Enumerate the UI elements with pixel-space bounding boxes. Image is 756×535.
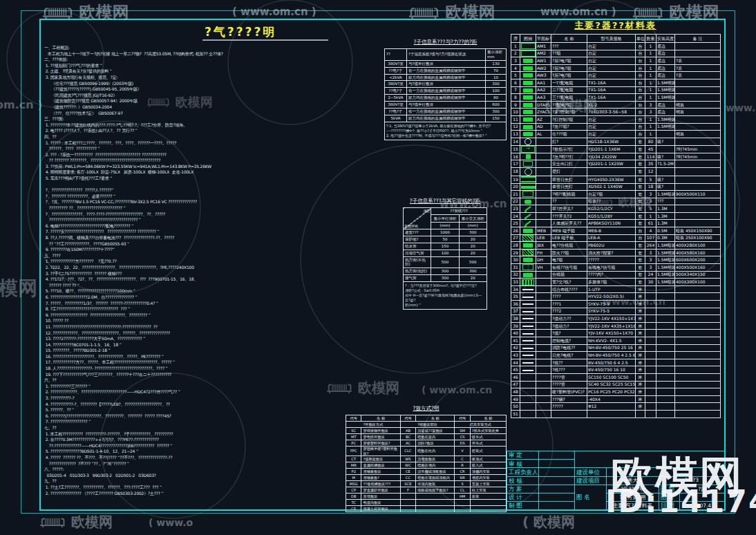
spec-line: 2. 电???? (????人?、??系统) 由??人?、?? 另行?? ” bbox=[44, 128, 401, 134]
spec-line: 1. ????????本??建筑红线内的???:????:?气:??明?:?。?… bbox=[44, 122, 401, 129]
spec-line: 8. ??人?????间、楼梯及???自带蓄电池??? ????????????… bbox=[44, 235, 401, 241]
spec-line: 2. 土建、?理及有关?业?提供的资料 ” bbox=[44, 68, 401, 75]
materials-table-body: 1AM1???自定台1底边2AM2??箱自定台1底边3AW1?层?电?箱自定台1… bbox=[511, 43, 721, 418]
pipe-unit: (mm) bbox=[431, 222, 459, 229]
pipe-group-header: ??管线??? bbox=[431, 208, 487, 215]
spec-line: 1. ??规划部门???气???的要求 ” bbox=[44, 63, 401, 69]
pipe-row: 给水管15020 bbox=[404, 243, 487, 250]
legend-symbol-rect-f bbox=[523, 73, 533, 77]
spec-line: ????????? ??、?????????????????????? ” bbox=[44, 205, 401, 212]
spec-line: 《??建筑?????(?????) GB50045-95, 2005年版》 bbox=[44, 86, 401, 93]
install-table-title: ?放方式?明 bbox=[346, 405, 507, 412]
spec-line: 《民用建筑?气???规范 JGJ/T16-92》 bbox=[44, 93, 401, 99]
pipe-row: 压缩空气管10020 bbox=[404, 250, 487, 256]
tb-value-empty bbox=[539, 451, 575, 460]
emi-row: 5kVA双方均在接地的金属线槽或钢管中150 bbox=[385, 115, 507, 122]
tb-label-date: 日 期 bbox=[659, 502, 680, 510]
emi-row: ??电?子有一方在接地的金属线槽或钢管中100 bbox=[385, 88, 507, 95]
materials-row: 3AW1?层?电?箱自定台1底边?表 bbox=[511, 57, 721, 65]
materials-row: 27LEBLEB 端子板LEB-A台1070.3M暗装 250X100X90 bbox=[511, 234, 721, 242]
legend-symbol-rect-f bbox=[523, 66, 533, 71]
legend-symbol-rect-f bbox=[523, 59, 533, 63]
emi-row: 380V?里与?缆平行敷设600 bbox=[385, 102, 507, 109]
materials-row: 40?缆?YJV-1KV 4X150+1X70米 bbox=[511, 330, 721, 337]
materials-row: 44?线??BV-450/750 6 4 2.5米 bbox=[511, 359, 721, 366]
spec-line: 5. ???10、楼??、???????????????????100mm ” bbox=[44, 288, 401, 294]
legend-symbol-switch bbox=[525, 206, 532, 212]
legend-symbol-dash bbox=[522, 362, 533, 364]
tb-label-figname: 图 名 bbox=[575, 485, 607, 510]
spec-line: 三、???围: bbox=[44, 116, 401, 122]
legend-symbol-lamp bbox=[525, 138, 531, 145]
install-row: P2用钢索敷设CE沿天棚或顶板敷设CR顶棚内安装 bbox=[346, 469, 507, 475]
spec-line: 2. ??? : ?系统一????????? ?????????????????… bbox=[44, 152, 401, 158]
legend-symbol-rect-f bbox=[523, 273, 533, 277]
legend-symbol-dash bbox=[522, 303, 533, 305]
spec-line: ?、???????????????、????-????-????????????… bbox=[44, 212, 401, 218]
spec-line: ?? “??工????????????、????GB50055-93 ” bbox=[44, 241, 401, 247]
spec-line: 二、???依据: bbox=[44, 57, 401, 63]
materials-row: 12AD?急??箱?自定台11.5M明装 bbox=[511, 123, 721, 131]
spec-line: 3. ??????????-? bbox=[44, 395, 401, 402]
pipe-distance-table: ?子信息系???与其它管线的?距 净距 其他管线 ??管线??? 最小平行净距 … bbox=[403, 198, 487, 310]
materials-row: 42消防?电线??NH-BV-450/750 25 16米 bbox=[511, 344, 721, 352]
spec-line: 本工程为地上十一?地下一?的?宅楼 地上一至二??物? ??高度53.05M, … bbox=[44, 51, 401, 57]
pipe-notes: ? : 当???直径等于300mm?, 与?缆平行???交?净距?公式 : S≥… bbox=[404, 282, 487, 310]
materials-row: 6AA1一??配电箱TX1-16A台11.5M明装 bbox=[511, 79, 721, 86]
materials-row: 34综合布线????1-UTP米 bbox=[511, 285, 721, 293]
title-block: 审 定 审 核 工程负责人 建设单位 校 核 建设项目 嘉美大厦 ?一?3 bbox=[507, 451, 724, 510]
cad-viewer-canvas: ?气????明 一、工程概况: 本工程为地上十一?地下一?的?宅楼 地上一至二?… bbox=[0, 0, 756, 535]
install-row: FPC穿阻燃半硬?塑料管敷设?CLC暗敷在柱内V壁装式 bbox=[346, 447, 507, 456]
tb-label-project: 建设项目 bbox=[575, 476, 607, 485]
install-row: M用钢索敷?CC暗敷在屋面或顶板内NR墙壁内安装 bbox=[346, 475, 507, 481]
tb-label-fangan: 方 案 bbox=[507, 485, 539, 493]
install-row: TC电缆沟敷设 bbox=[346, 500, 507, 506]
spec-line: ????????????????????????????????????????… bbox=[44, 217, 401, 223]
tb-label-no: 图 号 bbox=[659, 493, 680, 501]
spec-line: 7. ?????安??????????????????? ???????????… bbox=[44, 229, 401, 235]
emi-notes: ?:1. 当380V?缆??容量小于2kVA, 双方都在接地的???槽中, 且平… bbox=[385, 122, 507, 140]
materials-row: 22??暗装??套3??? bbox=[511, 198, 721, 205]
pipe-table-title: ?子信息系???与其它管线的?距 bbox=[403, 198, 487, 205]
materials-table: 主要?器??材料表 序 图例 平面标号 名 称 型号及规格 单位 数量 安装高度… bbox=[511, 19, 720, 418]
materials-row: 19双管日光灯HYG4050-2X36W套5吸? bbox=[511, 176, 721, 183]
spec-line: 1. ????????????方??????? ?见??0.7? bbox=[44, 259, 401, 265]
install-row: DB直埋敷设HM座装 bbox=[346, 494, 507, 500]
legend-symbol-dash bbox=[522, 289, 533, 290]
install-row: CP穿金属软管敷设F地板或地面下敷设?CL柱上安装 bbox=[346, 487, 507, 494]
install-table-body: SC穿焊接钢管敷设AB沿梁或??架敷设SM?线吊式安装此类MT穿电线管敷设BC暗… bbox=[346, 428, 507, 512]
legend-symbol-dash bbox=[522, 355, 533, 356]
materials-row: 33宽?交?机?多媒体?箱套301.5M暗装400X300X100 bbox=[511, 279, 721, 286]
emi-row: <2kVA双方均在接地的金属线槽或钢管中10 bbox=[385, 74, 507, 81]
pipe-unit: (mm) bbox=[459, 222, 486, 229]
spec-line: 一、工程概况: bbox=[44, 45, 401, 51]
spec-line: 6. ??????????????????2.0M、自?????????????… bbox=[44, 294, 401, 301]
pipe-row: 避雷???1000300 bbox=[404, 229, 487, 236]
materials-row: 37???2SYKV-75-5米 bbox=[511, 308, 721, 315]
pipe-row: 煤气管30020 bbox=[404, 275, 487, 282]
tb-label-shending: 审 定 bbox=[507, 451, 539, 460]
materials-row: 32分线箱????内?套241.5M暗装500X340X150 bbox=[511, 271, 721, 279]
legend-symbol-switch bbox=[525, 220, 532, 227]
legend-symbol-rect-f bbox=[523, 229, 533, 233]
legend-symbol-blob bbox=[525, 200, 531, 204]
tb-figname-2: ?住方式?用 bbox=[607, 493, 659, 501]
url-watermark: ( 欧模网 bbox=[522, 513, 575, 532]
spec-line: 1. ????? : 本工程???二????、??????。???。????、?… bbox=[44, 140, 401, 147]
materials-row: 11AZ?灯控制?箱自定台11.5M明装 bbox=[511, 115, 721, 123]
materials-row: 46????管SC150 SC100 SC50米 bbox=[511, 373, 721, 381]
materials-row: 38?缆动力??YJV22-1KV 4X150+1X70米 bbox=[511, 315, 721, 323]
materials-row: 51 bbox=[511, 410, 721, 417]
materials-row: 28JBX电??分线箱PB602U套2641.5M暗装400X280X100 bbox=[511, 242, 721, 250]
spec-line: ?? ??????? ????????、????????????????????… bbox=[44, 158, 401, 164]
spec-line: ?、??????? ??????????、必要?????? ” bbox=[44, 194, 401, 200]
spec-line: 3. 国家及地方现行有关规程、规范、?定: bbox=[44, 75, 401, 81]
legend-symbol-switch bbox=[525, 213, 532, 219]
legend-symbol-rect-o-lg bbox=[521, 43, 536, 49]
materials-row: 41控制电缆?NH-KVV2- 4X1.5米 bbox=[511, 337, 721, 344]
tb-label-type: 图 别 bbox=[659, 485, 680, 493]
spec-line: 2. ?????????????、??????????????????????—… bbox=[44, 389, 401, 395]
emi-row: 380V?里与?缆平行敷设130 bbox=[385, 60, 507, 67]
spec-title: ?气????明 bbox=[205, 24, 276, 40]
legend-symbol-rect-f bbox=[523, 110, 533, 114]
